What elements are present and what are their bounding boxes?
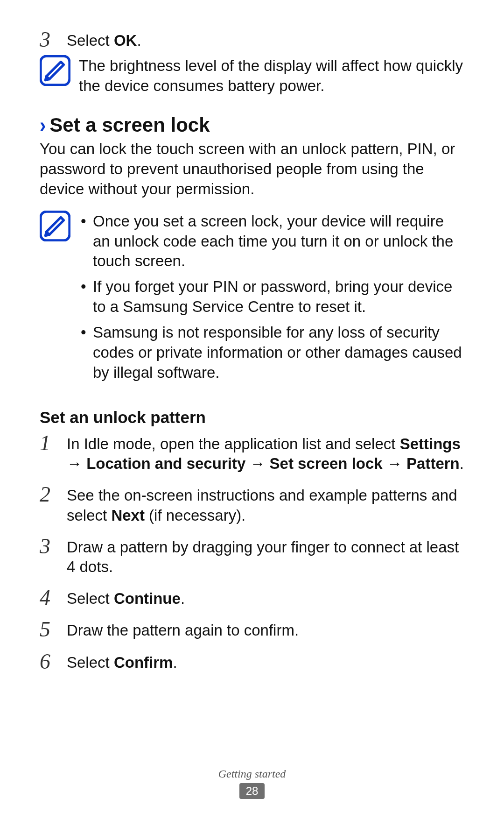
step-text-prefix: Select: [67, 32, 114, 49]
step-text: Select: [67, 590, 114, 607]
note-bullet: If you forget your PIN or password, brin…: [79, 277, 464, 317]
section-heading-row: › Set a screen lock: [40, 114, 464, 136]
step-row: 4 Select Continue.: [40, 586, 464, 608]
step-bold: Confirm: [114, 654, 173, 671]
step-post: (if necessary).: [145, 507, 245, 524]
note-icon: [40, 211, 70, 241]
step-bold: Continue: [114, 590, 181, 607]
note-bullet-container: Once you set a screen lock, your device …: [79, 211, 464, 389]
section-title: Set a screen lock: [49, 114, 210, 136]
step-number: 2: [40, 483, 67, 505]
step-text: Select: [67, 654, 114, 671]
step-post: .: [173, 654, 177, 671]
note-icon: [40, 55, 70, 86]
step-row: 1 In Idle mode, open the application lis…: [40, 431, 464, 474]
note-bullet: Samsung is not responsible for any loss …: [79, 323, 464, 383]
step-body: In Idle mode, open the application list …: [67, 431, 464, 474]
step-row: 3 Draw a pattern by dragging your finger…: [40, 535, 464, 577]
manual-page: 3 Select OK. The brightness level of the…: [0, 0, 504, 827]
chevron-icon: ›: [40, 115, 46, 135]
step-text: Draw a pattern by dragging your finger t…: [67, 538, 459, 575]
step-body: Select Confirm.: [67, 650, 177, 672]
page-number-badge: 28: [239, 783, 265, 799]
note-bullet: Once you set a screen lock, your device …: [79, 212, 464, 272]
step-body: Select OK.: [67, 28, 141, 50]
sub-heading: Set an unlock pattern: [40, 408, 464, 427]
footer-section-label: Getting started: [0, 768, 504, 780]
prev-step-row: 3 Select OK.: [40, 28, 464, 50]
step-row: 5 Draw the pattern again to confirm.: [40, 618, 464, 640]
step-bold: Next: [111, 507, 145, 524]
note-block: The brightness level of the display will…: [40, 55, 464, 96]
step-number: 3: [40, 28, 67, 50]
step-text-suffix: .: [137, 32, 141, 49]
step-number: 4: [40, 586, 67, 608]
step-body: Draw the pattern again to confirm.: [67, 618, 299, 640]
step-body: Select Continue.: [67, 586, 185, 608]
step-post: .: [181, 590, 185, 607]
note-block-list: Once you set a screen lock, your device …: [40, 211, 464, 389]
step-text-bold: OK: [114, 32, 137, 49]
step-number: 1: [40, 431, 67, 454]
step-number: 3: [40, 535, 67, 557]
section-intro: You can lock the touch screen with an un…: [40, 139, 464, 199]
step-number: 5: [40, 618, 67, 640]
step-number: 6: [40, 650, 67, 672]
step-text: In Idle mode, open the application list …: [67, 435, 400, 452]
step-post: .: [460, 455, 464, 472]
step-body: Draw a pattern by dragging your finger t…: [67, 535, 464, 577]
note-text: The brightness level of the display will…: [79, 55, 464, 96]
step-body: See the on-screen instructions and examp…: [67, 483, 464, 525]
page-footer: Getting started 28: [0, 768, 504, 799]
step-row: 2 See the on-screen instructions and exa…: [40, 483, 464, 525]
steps-list: 1 In Idle mode, open the application lis…: [40, 431, 464, 672]
step-text: Draw the pattern again to confirm.: [67, 622, 299, 639]
note-bullet-list: Once you set a screen lock, your device …: [79, 212, 464, 383]
step-row: 6 Select Confirm.: [40, 650, 464, 672]
